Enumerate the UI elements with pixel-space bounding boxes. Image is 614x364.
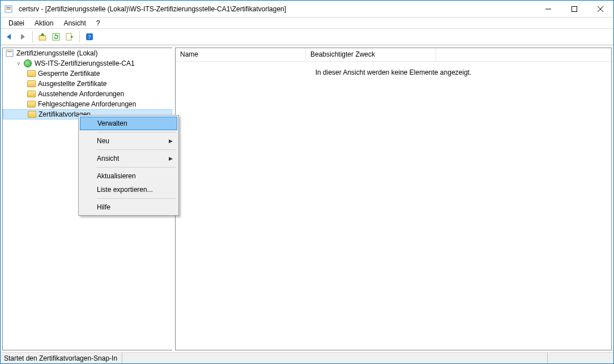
up-button[interactable] bbox=[36, 31, 49, 43]
tree-failed[interactable]: Fehlgeschlagene Anforderungen bbox=[3, 99, 172, 109]
toolbar: ? bbox=[1, 29, 613, 45]
folder-icon bbox=[27, 110, 36, 119]
ctx-separator bbox=[97, 149, 176, 150]
tree-issued-label: Ausgestellte Zertifikate bbox=[38, 80, 106, 88]
tree-root[interactable]: Zertifizierungsstelle (Lokal) bbox=[3, 48, 172, 58]
list-header: Name Beabsichtigter Zweck bbox=[176, 48, 611, 62]
svg-marker-7 bbox=[7, 34, 11, 40]
tree-pending[interactable]: Ausstehende Anforderungen bbox=[3, 89, 172, 99]
status-bar: Startet den Zertifikatvorlagen-Snap-In bbox=[1, 352, 613, 363]
app-icon bbox=[4, 5, 13, 14]
window-title: certsrv - [Zertifizierungsstelle (Lokal)… bbox=[19, 5, 286, 13]
tree-ca[interactable]: v WS-ITS-Zertifizierungsstelle-CA1 bbox=[3, 58, 172, 68]
ctx-separator bbox=[97, 167, 176, 168]
empty-message: In dieser Ansicht werden keine Elemente … bbox=[176, 68, 611, 76]
svg-marker-12 bbox=[54, 34, 56, 36]
list-panel: Name Beabsichtigter Zweck In dieser Ansi… bbox=[175, 48, 612, 350]
chevron-right-icon: ▶ bbox=[169, 138, 173, 144]
svg-marker-14 bbox=[71, 36, 74, 38]
svg-rect-17 bbox=[6, 50, 13, 57]
list-body[interactable]: In dieser Ansicht werden keine Elemente … bbox=[176, 62, 611, 350]
ctx-manage[interactable]: Verwalten bbox=[80, 117, 177, 130]
back-button[interactable] bbox=[3, 31, 15, 43]
ctx-refresh[interactable]: Aktualisieren bbox=[80, 169, 177, 183]
forward-button[interactable] bbox=[16, 31, 29, 43]
column-spacer bbox=[436, 48, 611, 61]
certificate-authority-icon bbox=[5, 49, 14, 58]
toolbar-separator bbox=[79, 31, 80, 42]
status-text: Startet den Zertifikatvorlagen-Snap-In bbox=[4, 353, 122, 363]
refresh-button[interactable] bbox=[50, 31, 62, 43]
svg-text:?: ? bbox=[88, 34, 91, 40]
folder-icon bbox=[27, 79, 36, 88]
maximize-button[interactable] bbox=[561, 1, 587, 17]
svg-marker-8 bbox=[21, 34, 25, 40]
context-menu: Verwalten Neu ▶ Ansicht ▶ Aktualisieren … bbox=[78, 115, 179, 216]
svg-rect-1 bbox=[6, 7, 11, 8]
ctx-view[interactable]: Ansicht ▶ bbox=[80, 152, 177, 165]
status-spacer bbox=[548, 353, 610, 363]
column-name[interactable]: Name bbox=[176, 48, 306, 61]
ctx-help[interactable]: Hilfe bbox=[80, 200, 177, 214]
tree-revoked-label: Gesperrte Zertifikate bbox=[38, 70, 100, 78]
tree-issued[interactable]: Ausgestellte Zertifikate bbox=[3, 79, 172, 89]
minimize-button[interactable] bbox=[535, 1, 561, 17]
chevron-right-icon: ▶ bbox=[169, 156, 173, 161]
svg-rect-18 bbox=[7, 51, 12, 52]
column-purpose[interactable]: Beabsichtigter Zweck bbox=[306, 48, 436, 61]
ctx-export-label: Liste exportieren... bbox=[97, 186, 153, 194]
ctx-new-label: Neu bbox=[97, 137, 109, 145]
tree-failed-label: Fehlgeschlagene Anforderungen bbox=[38, 100, 136, 108]
tree-ca-label: WS-ITS-Zertifizierungsstelle-CA1 bbox=[35, 59, 135, 67]
title-bar: certsrv - [Zertifizierungsstelle (Lokal)… bbox=[1, 1, 613, 18]
window-controls bbox=[535, 1, 613, 17]
folder-icon bbox=[27, 89, 36, 99]
ctx-new[interactable]: Neu ▶ bbox=[80, 134, 177, 148]
folder-icon bbox=[27, 100, 36, 109]
ca-server-icon bbox=[23, 59, 32, 68]
ctx-help-label: Hilfe bbox=[97, 203, 110, 211]
svg-rect-2 bbox=[6, 8, 11, 10]
menu-view[interactable]: Ansicht bbox=[59, 18, 90, 28]
status-spacer bbox=[122, 353, 548, 363]
svg-rect-13 bbox=[66, 33, 71, 40]
toolbar-separator bbox=[32, 31, 33, 42]
ctx-separator bbox=[97, 198, 176, 199]
tree-root-label: Zertifizierungsstelle (Lokal) bbox=[16, 49, 97, 57]
ctx-refresh-label: Aktualisieren bbox=[97, 172, 136, 180]
menu-action[interactable]: Aktion bbox=[30, 18, 58, 28]
svg-marker-10 bbox=[40, 33, 45, 36]
ctx-view-label: Ansicht bbox=[97, 155, 119, 162]
tree-pending-label: Ausstehende Anforderungen bbox=[38, 90, 124, 98]
export-button[interactable] bbox=[63, 31, 76, 43]
menu-file[interactable]: Datei bbox=[4, 18, 29, 28]
collapse-icon[interactable]: v bbox=[15, 60, 22, 67]
ctx-export[interactable]: Liste exportieren... bbox=[80, 183, 177, 196]
folder-icon bbox=[27, 69, 36, 78]
svg-rect-4 bbox=[572, 6, 577, 11]
help-button[interactable]: ? bbox=[83, 31, 96, 43]
menu-help[interactable]: ? bbox=[92, 18, 105, 28]
tree-revoked[interactable]: Gesperrte Zertifikate bbox=[3, 68, 172, 79]
menu-bar: Datei Aktion Ansicht ? bbox=[1, 18, 613, 29]
ctx-separator bbox=[97, 132, 176, 132]
close-button[interactable] bbox=[587, 1, 613, 17]
ctx-manage-label: Verwalten bbox=[97, 119, 127, 127]
svg-rect-9 bbox=[39, 36, 46, 40]
